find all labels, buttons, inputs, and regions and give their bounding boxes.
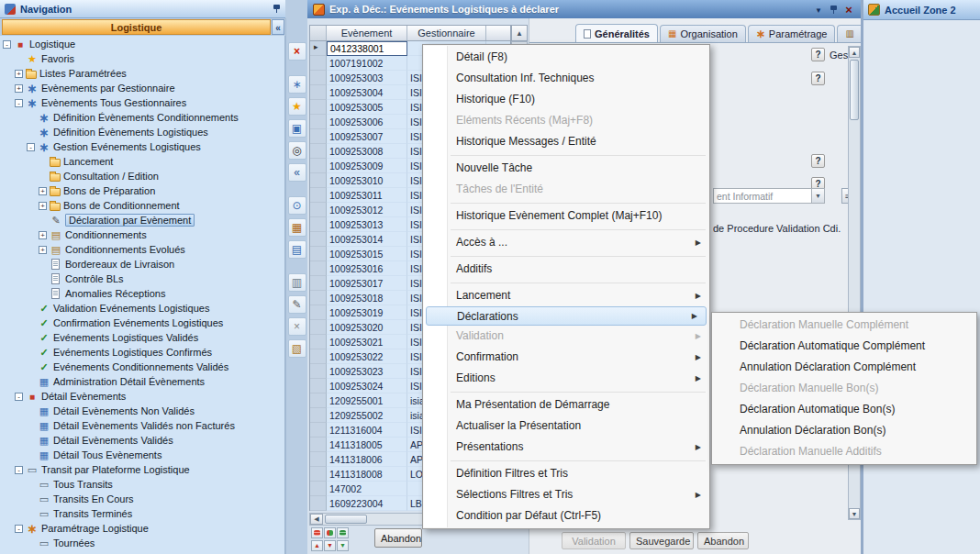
scrollbar-thumb[interactable] (850, 60, 859, 120)
tree-expander[interactable]: + (39, 187, 47, 195)
cell-evenement[interactable]: 0412338001 (327, 41, 407, 56)
row-selector[interactable] (310, 467, 327, 482)
help-button[interactable]: ? (811, 154, 825, 168)
cell-evenement[interactable]: 1009253012 (327, 203, 407, 217)
tools-icon-button[interactable]: ∗ (288, 75, 306, 94)
scroll-left-icon[interactable] (310, 514, 323, 525)
menu-item[interactable]: Historique Evènement Complet (Maj+F10) (423, 205, 709, 227)
tree-expander[interactable]: + (39, 246, 47, 254)
help-button[interactable]: ? (811, 48, 825, 61)
abandon-button[interactable]: Abandon (697, 532, 749, 549)
menu-item[interactable]: Actualiser la Présentation (423, 416, 709, 437)
tree-item[interactable]: - Transit par Plateforme Logistique (0, 462, 284, 477)
cell-evenement[interactable]: 1009253017 (327, 276, 407, 291)
cell-evenement[interactable]: 1411318006 (327, 452, 407, 467)
tree-item[interactable]: Définition Évènements Conditionnements (0, 110, 284, 125)
cell-evenement[interactable]: 1009253011 (327, 188, 407, 203)
row-selector[interactable] (310, 496, 327, 511)
tree-item[interactable]: Evénements Conditionnements Validés (0, 360, 284, 374)
favorite-icon-button[interactable]: ★ (288, 97, 306, 116)
row-selector[interactable] (310, 291, 327, 305)
clock-icon-button[interactable]: ⊙ (288, 196, 306, 215)
tree-item[interactable]: - Evènements Tous Gestionnaires (0, 95, 284, 110)
collapse-icon-button[interactable]: « (288, 163, 306, 182)
tree-item[interactable]: - Paramétrage Logistique (0, 521, 284, 536)
tree-item[interactable]: Lancement (0, 154, 284, 169)
cell-evenement[interactable]: 1009253006 (327, 115, 407, 129)
menu-item[interactable]: Accès à ... (423, 232, 709, 253)
row-selector[interactable] (310, 159, 327, 173)
tree-expander[interactable]: + (15, 84, 23, 93)
row-selector[interactable] (310, 349, 327, 364)
row-selector[interactable] (310, 115, 327, 129)
tab-généralités[interactable]: Généralités (575, 24, 658, 42)
cell-evenement[interactable]: 1009253003 (327, 71, 407, 85)
record-first-button[interactable] (311, 527, 323, 538)
tab-organisation[interactable]: Organisation (660, 25, 746, 42)
pin-icon[interactable] (273, 4, 281, 14)
row-selector[interactable] (310, 217, 327, 232)
cell-evenement[interactable]: 1009253021 (327, 335, 407, 349)
scroll-up-icon[interactable] (849, 47, 860, 58)
cell-evenement[interactable]: 1209255002 (327, 408, 407, 423)
menu-item[interactable]: Présentations (423, 437, 709, 458)
menu-item[interactable]: Sélections Filtres et Tris (423, 484, 709, 505)
cell-evenement[interactable]: 1009253010 (327, 173, 407, 188)
tree-item[interactable]: Détail Evènements Non Validés (0, 404, 284, 418)
menu-item[interactable]: Historique Messages / Entité (423, 131, 709, 152)
row-selector[interactable] (310, 71, 327, 85)
row-selector[interactable] (310, 393, 327, 408)
calendar-icon-button[interactable]: ▦ (288, 218, 306, 237)
row-selector[interactable] (310, 261, 327, 276)
record-down-button[interactable] (324, 540, 336, 551)
tree-expander[interactable]: - (15, 393, 23, 401)
menu-item[interactable]: Lancement (423, 285, 709, 306)
tree-item[interactable]: Confirmation Evénements Logistiques (0, 316, 284, 330)
tree-expander[interactable]: + (39, 231, 47, 239)
row-selector[interactable] (310, 129, 327, 144)
tree-item[interactable]: Déclaration par Evènement (0, 213, 284, 227)
tree-item[interactable]: - Gestion Evénements Logistiques (0, 139, 284, 154)
tree-item[interactable]: + Conditionnements Evolués (0, 242, 284, 257)
collapse-panel-button[interactable] (272, 19, 284, 35)
tree-item[interactable]: + Conditionnements (0, 227, 284, 242)
tree-item[interactable]: Détail Tous Evènements (0, 448, 284, 462)
tree-item[interactable]: + Evènements par Gestionnaire (0, 81, 284, 95)
cell-evenement[interactable]: 1009253005 (327, 100, 407, 115)
column-header-evenement[interactable]: Evènement (327, 26, 407, 40)
tree-item[interactable]: Evénements Logistiques Validés (0, 330, 284, 345)
cell-evenement[interactable]: 1009253013 (327, 217, 407, 232)
row-selector[interactable] (310, 379, 327, 393)
row-selector[interactable] (310, 41, 327, 56)
menu-item[interactable]: Annulation Déclaration Complément (712, 357, 976, 378)
tree-item[interactable]: Définition Évènements Logistiques (0, 125, 284, 139)
tree-item[interactable]: + Bons de Conditionnement (0, 198, 284, 213)
record-up-button[interactable] (311, 540, 323, 551)
tree-expander[interactable]: - (27, 143, 35, 151)
menu-item[interactable]: Condition par Défaut (Ctrl-F5) (423, 505, 709, 526)
cell-evenement[interactable]: 1411318005 (327, 438, 407, 452)
tree-item[interactable]: Détail Evènements Validés non Facturés (0, 418, 284, 433)
cell-evenement[interactable]: 1009253004 (327, 85, 407, 100)
tree-item[interactable]: Bordereaux de Livraison (0, 257, 284, 271)
help-button[interactable]: ? (811, 72, 825, 85)
clear-icon-button[interactable]: × (288, 317, 306, 336)
menu-item[interactable]: Nouvelle Tâche (423, 158, 709, 179)
tree-item[interactable]: Evénements Logistiques Confirmés (0, 345, 284, 360)
menu-item[interactable]: Consultation Inf. Techniques (423, 68, 709, 89)
tree-item[interactable]: Tous Transits (0, 477, 284, 492)
record-last-button[interactable] (337, 527, 349, 538)
menu-item[interactable]: Historique (F10) (423, 89, 709, 110)
tree-expander[interactable]: + (39, 202, 47, 210)
cell-evenement[interactable]: 1009253009 (327, 159, 407, 173)
cell-evenement[interactable]: 1009253018 (327, 291, 407, 305)
row-selector[interactable] (310, 85, 327, 100)
tree-expander[interactable]: - (15, 99, 23, 107)
row-selector[interactable] (310, 188, 327, 203)
table-abandon-button[interactable]: Abandon (374, 528, 422, 548)
tree-item[interactable]: Détail Evènements Validés (0, 433, 284, 448)
tree-item[interactable]: Administration Détail Évènements (0, 374, 284, 389)
tree-item[interactable]: Consultation / Edition (0, 169, 284, 183)
informatif-dropdown[interactable]: ent Informatif (713, 188, 825, 204)
tree-item[interactable]: Favoris (0, 51, 284, 66)
